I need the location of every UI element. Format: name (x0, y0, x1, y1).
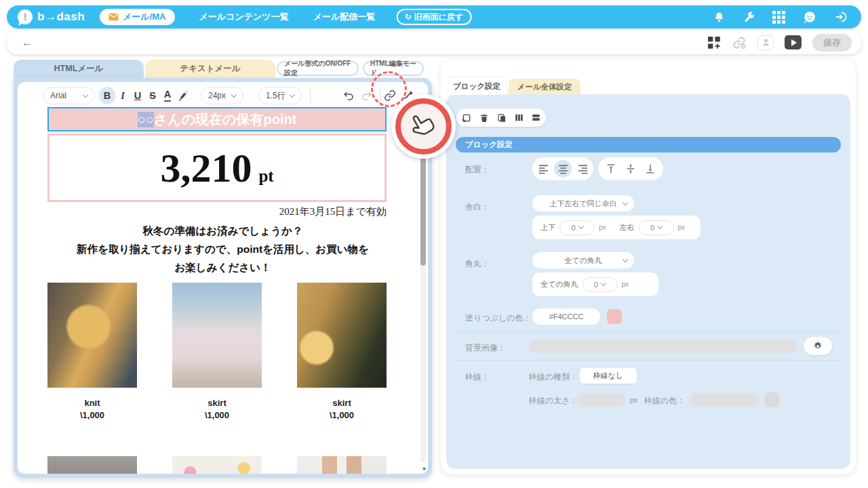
chevron-down-icon (231, 92, 237, 97)
bold-button[interactable]: B (99, 87, 115, 104)
radius-all-select[interactable]: 0 (583, 277, 618, 292)
add-block-icon[interactable] (707, 36, 721, 49)
logout-icon[interactable] (834, 10, 848, 24)
valign-bottom-button[interactable] (642, 160, 659, 178)
line-height-value: 1.5行 (266, 90, 285, 102)
valign-middle-button[interactable] (622, 160, 639, 178)
border-type-label: 枠線の種類： (529, 371, 578, 383)
points-block[interactable]: 3,210 pt (47, 134, 387, 202)
product-card[interactable]: knit \1,000 (47, 283, 137, 420)
margin-tb-select[interactable]: 0 (559, 220, 595, 235)
chevron-down-icon (623, 256, 628, 262)
insert-frame-icon[interactable] (462, 113, 471, 123)
editor-action-bar: ← 保存 (7, 30, 861, 54)
margin-lr-select[interactable]: 0 (639, 220, 674, 235)
product-image[interactable] (297, 456, 387, 474)
product-image[interactable] (172, 283, 262, 388)
undo-button[interactable] (340, 87, 357, 104)
header-text: さんの現在の保有point (154, 110, 297, 129)
notification-bell-icon[interactable] (713, 11, 726, 24)
product-card[interactable]: skirt \1,000 (297, 283, 387, 420)
tab-mail-overall-settings[interactable]: メール全体設定 (509, 79, 580, 95)
margin-tb-label: 上下 (540, 222, 555, 232)
valign-top-button[interactable] (602, 160, 620, 178)
preview-recipient-icon[interactable] (757, 35, 774, 50)
block-actions-toolbar (456, 108, 546, 127)
product-price: \1,000 (47, 410, 137, 420)
product-card[interactable]: skirt \1,000 (172, 283, 262, 420)
back-arrow-icon[interactable]: ← (22, 37, 33, 48)
nav-mail-delivery[interactable]: メール配信一覧 (313, 11, 376, 23)
italic-button[interactable]: I (115, 87, 130, 104)
settings-panel: ブロック設定 メール全体設定 (441, 60, 856, 474)
canvas-scrollbar[interactable] (420, 110, 426, 463)
strikethrough-button[interactable]: S (145, 87, 160, 104)
editor-frame: Arial B I U S A 24px (14, 78, 432, 478)
points-unit: pt (258, 167, 273, 186)
preview-play-button[interactable] (785, 35, 802, 49)
app-badge-mail-ma[interactable]: メール/MA (100, 9, 174, 25)
product-image[interactable] (47, 283, 137, 388)
product-image[interactable] (297, 283, 387, 388)
selected-text[interactable]: ○○ (138, 112, 154, 127)
bg-image-input-disabled (529, 340, 797, 353)
email-body-text[interactable]: 秋冬の準備はお済みでしょうか？ 新作を取り揃えておりますので、pointを活用し… (31, 222, 414, 277)
fill-color-swatch[interactable] (607, 309, 622, 324)
apps-grid-icon[interactable] (772, 11, 785, 24)
assistant-mascot-icon[interactable] (802, 10, 817, 24)
radius-mode-select[interactable]: 全ての角丸 (532, 252, 634, 268)
line-height-select[interactable]: 1.5行 (258, 87, 302, 104)
px-unit: px (599, 224, 606, 231)
margin-mode-select[interactable]: 上下左右で同じ余白 (532, 195, 634, 211)
fill-color-label: 塗りつぶしの色： (465, 312, 531, 324)
tab-block-settings[interactable]: ブロック設定 (448, 77, 506, 95)
product-grid: knit \1,000 skirt \1,000 skirt \1,000 (47, 283, 387, 420)
rows-layout-icon[interactable] (532, 113, 540, 122)
border-type-button[interactable]: 枠線なし (580, 368, 637, 384)
delete-trash-icon[interactable] (479, 113, 489, 123)
mail-canvas: Arial B I U S A 24px (18, 82, 428, 474)
toolbar-divider (310, 89, 311, 102)
chevron-down-icon (657, 224, 663, 229)
horizontal-align-group (532, 157, 593, 180)
px-unit: px (622, 281, 629, 288)
chevron-down-icon (83, 92, 88, 97)
app-badge-label: メール/MA (123, 11, 165, 23)
wrench-settings-icon[interactable] (743, 11, 755, 24)
product-image[interactable] (47, 456, 137, 474)
tab-html-mail[interactable]: HTMLメール (14, 60, 144, 78)
block-settings-body: ブロック設定 配置： 余白： (446, 94, 850, 469)
body-line: お楽しみください！ (31, 258, 414, 277)
align-center-button[interactable] (554, 160, 572, 178)
points-expiry-note[interactable]: 2021年3月15日まで有効 (279, 205, 387, 218)
duplicate-copy-icon[interactable] (497, 113, 507, 123)
bdash-logo-icon: ! (18, 9, 33, 24)
columns-layout-icon[interactable] (515, 113, 524, 122)
save-button[interactable]: 保存 (812, 34, 852, 52)
border-label: 枠線： (465, 371, 490, 383)
fill-color-input[interactable]: #F4CCCC (532, 308, 600, 325)
nav-mail-contents[interactable]: メールコンテンツ一覧 (199, 11, 289, 23)
radius-label: 角丸： (465, 258, 490, 270)
mail-format-onoff-button[interactable]: メール形式のON/OFF設定 (277, 61, 359, 76)
product-image[interactable] (172, 456, 262, 474)
bdash-logo[interactable]: ! b→dash (18, 9, 85, 24)
tab-text-mail[interactable]: テキストメール (145, 60, 275, 78)
underline-button[interactable]: U (130, 87, 145, 104)
align-right-button[interactable] (574, 160, 591, 178)
align-left-button[interactable] (534, 160, 552, 178)
body-line: 秋冬の準備はお済みでしょうか？ (31, 222, 414, 240)
bg-image-settings-button[interactable] (804, 337, 832, 355)
border-color-label: 枠線の色： (644, 395, 685, 407)
highlight-marker-button[interactable] (175, 87, 190, 104)
font-family-select[interactable]: Arial (43, 87, 95, 104)
font-size-select[interactable]: 24px (201, 87, 243, 104)
gear-icon (812, 341, 823, 352)
link-off-icon[interactable] (732, 36, 747, 49)
email-header-block[interactable]: ○○さんの現在の保有point (47, 107, 387, 131)
margin-lr-label: 左右 (620, 222, 635, 232)
scroll-down-arrow[interactable]: ▾ (422, 466, 426, 472)
margin-mode-value: 上下左右で同じ余白 (549, 199, 617, 209)
font-color-button[interactable]: A (160, 87, 175, 104)
revert-to-old-screen-button[interactable]: ↻ 旧画面に戻す (397, 9, 472, 25)
